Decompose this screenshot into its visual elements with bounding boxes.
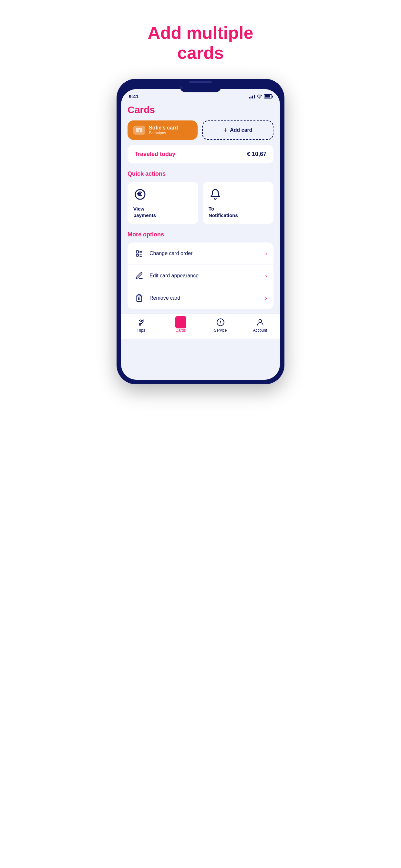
- plus-icon: +: [223, 126, 227, 134]
- notifications-label: ToNotifications: [209, 206, 268, 218]
- traveled-amount: € 10,67: [247, 151, 266, 158]
- bottom-nav: Trips Cards: [121, 314, 280, 339]
- headline-text: Add multiple cards: [148, 23, 253, 63]
- edit-icon: [134, 271, 144, 281]
- nav-label-service: Service: [214, 328, 227, 333]
- svg-point-16: [220, 323, 220, 324]
- trips-icon: [136, 318, 146, 327]
- nav-label-cards: Cards: [175, 328, 186, 333]
- card-info: Sofie's card Betaalpas: [149, 125, 178, 135]
- quick-actions-row: Viewpayments ToNotifications: [127, 182, 274, 224]
- sort-icon: [134, 248, 144, 259]
- nav-label-account: Account: [253, 328, 267, 333]
- traveled-box: Traveled today € 10,67: [127, 145, 274, 163]
- nav-item-trips[interactable]: Trips: [121, 318, 161, 333]
- chevron-right-icon-3: ›: [265, 295, 267, 302]
- euro-circle-icon: [133, 188, 147, 201]
- card-icon-inner: [136, 128, 143, 132]
- screen-title: Cards: [127, 104, 274, 115]
- phone-screen: 9:41 Ca: [121, 89, 280, 380]
- view-payments-label: Viewpayments: [133, 206, 192, 218]
- nav-item-cards[interactable]: Cards: [161, 318, 201, 333]
- service-icon: [216, 318, 225, 327]
- bell-icon: [209, 188, 222, 201]
- account-icon: [256, 318, 265, 327]
- battery-icon: [264, 94, 272, 98]
- wifi-icon: [257, 95, 262, 98]
- nav-item-account[interactable]: Account: [240, 318, 280, 333]
- remove-card-label: Remove card: [150, 295, 265, 301]
- add-card-button[interactable]: + Add card: [202, 120, 274, 140]
- traveled-label: Traveled today: [135, 151, 175, 158]
- change-card-order-row[interactable]: Change card order ›: [127, 243, 274, 265]
- chevron-right-icon-2: ›: [265, 273, 267, 279]
- options-list: Change card order › Edit card appearance: [127, 243, 274, 309]
- quick-action-notifications[interactable]: ToNotifications: [203, 182, 274, 224]
- active-card-button[interactable]: Sofie's card Betaalpas: [127, 120, 197, 140]
- add-card-label: Add card: [230, 127, 252, 133]
- svg-rect-3: [136, 254, 138, 256]
- remove-card-row[interactable]: Remove card ›: [127, 287, 274, 309]
- nav-label-trips: Trips: [136, 328, 145, 333]
- chevron-right-icon: ›: [265, 250, 267, 257]
- screen-content: Cards Sofie's card Betaalpas + Add card: [121, 102, 280, 309]
- svg-point-0: [259, 98, 259, 98]
- svg-point-10: [139, 324, 141, 326]
- card-icon: [133, 126, 145, 135]
- quick-actions-title: Quick actions: [127, 170, 274, 177]
- edit-card-appearance-label: Edit card appearance: [150, 273, 265, 279]
- edit-card-appearance-row[interactable]: Edit card appearance ›: [127, 265, 274, 287]
- cards-nav-icon: [176, 318, 185, 327]
- svg-rect-12: [177, 319, 184, 324]
- quick-action-view-payments[interactable]: Viewpayments: [127, 182, 198, 224]
- trash-icon: [134, 293, 144, 303]
- svg-point-17: [258, 320, 261, 322]
- more-options-section: More options: [127, 231, 274, 309]
- card-type: Betaalpas: [149, 131, 178, 135]
- card-name: Sofie's card: [149, 125, 178, 131]
- more-options-title: More options: [127, 231, 274, 238]
- phone-pill: [189, 82, 212, 83]
- status-time: 9:41: [129, 94, 138, 99]
- phone-frame: 9:41 Ca: [117, 79, 284, 384]
- phone-notch: [180, 83, 221, 92]
- page-headline: Add multiple cards: [148, 23, 253, 63]
- signal-icon: [249, 95, 255, 98]
- nav-item-service[interactable]: Service: [201, 318, 240, 333]
- change-card-order-label: Change card order: [150, 251, 265, 256]
- card-buttons-row: Sofie's card Betaalpas + Add card: [127, 120, 274, 140]
- status-icons: [249, 94, 272, 98]
- svg-rect-2: [136, 251, 138, 253]
- phone-camera: [180, 86, 183, 89]
- svg-point-11: [143, 320, 144, 321]
